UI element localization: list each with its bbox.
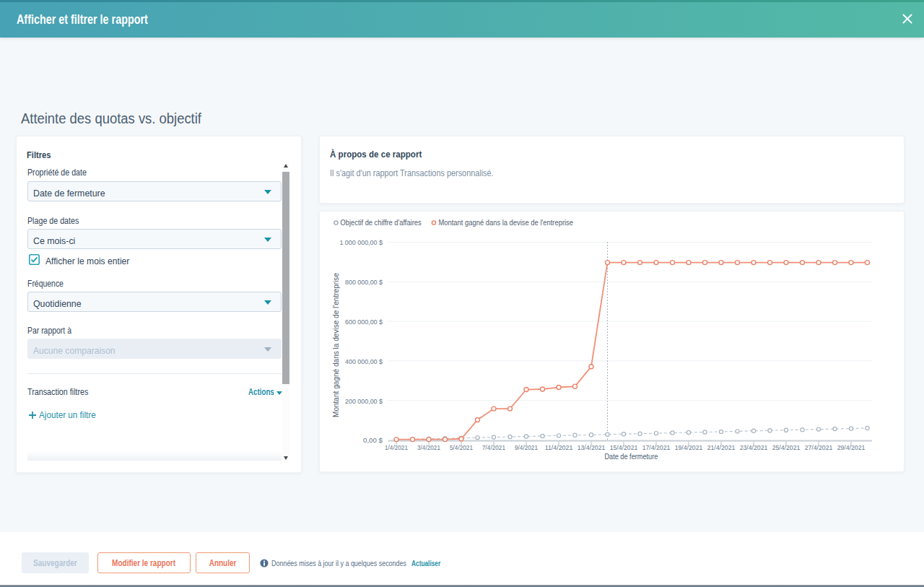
svg-text:200 000,00 $: 200 000,00 $ [345, 397, 383, 405]
svg-text:400 000,00 $: 400 000,00 $ [345, 357, 383, 365]
svg-text:17/4/2021: 17/4/2021 [642, 443, 671, 451]
svg-text:25/4/2021: 25/4/2021 [772, 443, 801, 451]
svg-text:19/4/2021: 19/4/2021 [675, 443, 703, 451]
svg-text:Montant gagné dans la devise d: Montant gagné dans la devise de l'entrep… [332, 273, 340, 417]
svg-text:1/4/2021: 1/4/2021 [385, 443, 408, 451]
svg-text:11/4/2021: 11/4/2021 [545, 443, 573, 451]
svg-text:5/4/2021: 5/4/2021 [450, 443, 473, 451]
svg-text:13/4/2021: 13/4/2021 [578, 443, 606, 451]
svg-text:7/4/2021: 7/4/2021 [482, 443, 505, 451]
svg-text:3/4/2021: 3/4/2021 [417, 443, 440, 451]
svg-text:29/4/2021: 29/4/2021 [837, 443, 866, 451]
svg-text:600 000,00 $: 600 000,00 $ [345, 318, 383, 326]
svg-text:Objectif de chiffre d'affaires: Objectif de chiffre d'affaires [341, 218, 422, 227]
svg-text:15/4/2021: 15/4/2021 [610, 443, 638, 451]
svg-text:800 000,00 $: 800 000,00 $ [345, 278, 383, 286]
svg-text:0,00 $: 0,00 $ [363, 436, 383, 444]
svg-text:1 000 000,00 $: 1 000 000,00 $ [339, 238, 383, 246]
svg-text:Date de fermeture: Date de fermeture [604, 452, 658, 461]
svg-text:9/4/2021: 9/4/2021 [515, 443, 538, 451]
svg-text:21/4/2021: 21/4/2021 [707, 443, 736, 451]
svg-text:23/4/2021: 23/4/2021 [740, 443, 768, 451]
svg-text:Montant gagné dans la devise d: Montant gagné dans la devise de l'entrep… [439, 218, 574, 227]
svg-text:27/4/2021: 27/4/2021 [805, 443, 833, 451]
